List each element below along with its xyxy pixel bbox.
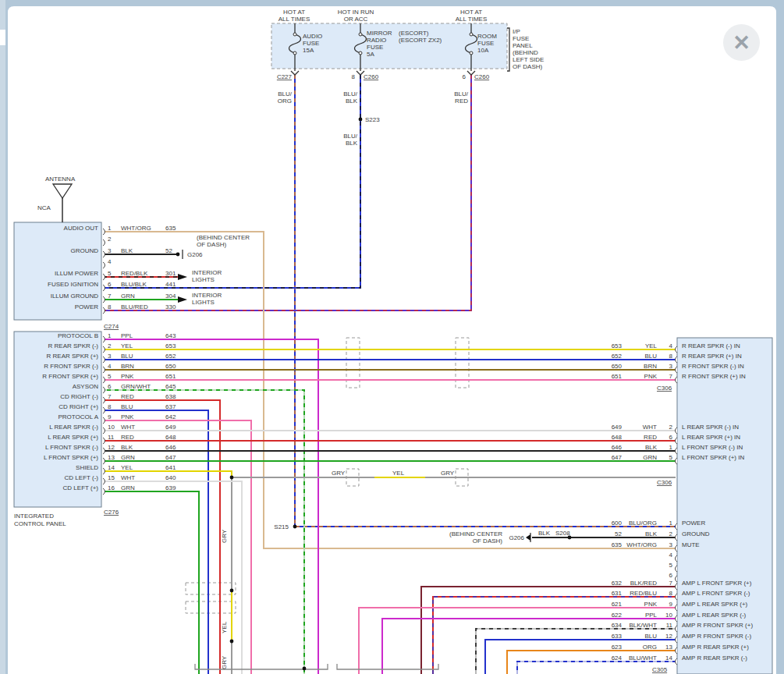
circuit-number: 441 — [165, 281, 176, 288]
pin-arc — [103, 251, 105, 257]
pin-function-label: R FRONT SPKR (-) — [44, 363, 98, 370]
pin-function-label: L REAR SPKR (+) IN — [682, 434, 740, 441]
wire-color-label: YEL — [645, 342, 658, 349]
wire-color-label: BLU — [121, 353, 133, 360]
diagram-label: C276 — [104, 509, 119, 516]
fuse-terminal — [470, 33, 473, 36]
close-icon: ✕ — [733, 30, 750, 55]
pin-arc — [103, 307, 105, 314]
pin-arc — [676, 377, 677, 383]
diagram-label: ALL TIMES — [456, 16, 487, 23]
pin-function-label: R FRONT SPKR (-) IN — [682, 363, 744, 370]
diagram-label: BLK — [346, 140, 358, 147]
pin-number: 3 — [108, 247, 112, 254]
circuit-number: 635 — [612, 541, 623, 548]
pin-arc — [676, 584, 677, 590]
circuit-number: 635 — [165, 225, 176, 232]
diagram-label: C227 — [277, 73, 293, 80]
pin-number: 2 — [108, 342, 112, 349]
diagram-label: C260 — [364, 73, 379, 80]
pin-function-label: AMP L REAR SPKR (+) — [682, 601, 748, 608]
diagram-label: RED — [455, 98, 468, 105]
pin-arc — [676, 448, 677, 454]
pin-number: 4 — [669, 552, 673, 559]
pin-function-label: AMP R FRONT SPKR (-) — [682, 633, 751, 640]
circuit-number: 637 — [165, 403, 176, 410]
pin-number: 10 — [108, 424, 115, 431]
pin-function-label: L FRONT SPKR (+) IN — [682, 454, 744, 461]
close-button[interactable]: ✕ — [723, 24, 760, 61]
wire-color-label: PNK — [121, 373, 134, 380]
diagram-viewer: { "viewer": { "close_glyph": "✕" }, "pal… — [0, 0, 784, 674]
wire-color-label: BLU/BLK — [121, 281, 147, 288]
wire-color-label: RED — [121, 434, 134, 441]
pin-function-label: GROUND — [70, 247, 98, 254]
fuse-terminal — [293, 51, 296, 55]
circuit-number: 621 — [612, 601, 623, 608]
diagram-label: ANTENNA — [45, 176, 76, 183]
pin-function-label: PROTOCOL B — [58, 332, 98, 339]
diagram-label: LIGHTS — [192, 276, 215, 283]
diagram-label: GRY — [441, 470, 455, 477]
circuit-number: 638 — [165, 393, 176, 400]
pin-number: 13 — [108, 454, 115, 461]
diagram-label: BLK — [538, 530, 551, 537]
circuit-number: 642 — [165, 413, 176, 420]
pin-arc — [676, 438, 677, 444]
pin-number: 14 — [108, 464, 115, 471]
diagram-label: PANEL — [513, 42, 533, 49]
diagram-label: OR ACC — [344, 16, 368, 23]
diagram-label: HOT IN RUN — [338, 9, 374, 16]
wire-color-label: BLU/ORG — [629, 520, 657, 527]
pin-function-label: GROUND — [682, 530, 710, 537]
diagram-label: (BEHIND — [513, 49, 538, 56]
splice-dot — [359, 118, 363, 122]
wire-color-label: BLK — [121, 247, 133, 254]
pin-arc — [676, 658, 677, 665]
wire-color-label: PPL — [121, 332, 133, 339]
diagram-label: GRY — [221, 655, 228, 669]
circuit-number: 648 — [165, 434, 176, 441]
diagram-label: OF DASH) — [197, 241, 227, 248]
diagram-label: FUSE — [513, 35, 529, 42]
wire-color-label: BLK — [645, 530, 658, 537]
circuit-number: 643 — [165, 332, 176, 339]
pin-number: 10 — [665, 612, 672, 619]
pin-number: 7 — [108, 393, 112, 400]
pin-number: 13 — [665, 644, 672, 651]
pin-arc — [676, 576, 677, 582]
wire-color-label: BLU/WHT — [629, 654, 657, 662]
diagram-label: ALL TIMES — [278, 16, 310, 23]
pin-arc — [103, 274, 105, 280]
pin-number: 4 — [108, 258, 112, 265]
pin-arc — [103, 336, 105, 342]
pin-arc — [103, 427, 105, 434]
pin-number: 3 — [669, 363, 673, 370]
pin-number: 11 — [666, 622, 673, 629]
pin-arc — [103, 229, 105, 235]
wire-color-label: YEL — [121, 464, 133, 471]
pin-number: 6 — [669, 434, 673, 441]
circuit-number: 623 — [612, 644, 623, 651]
pin-arc — [103, 417, 105, 424]
pin-arc — [103, 387, 105, 393]
pin-number: 7 — [669, 580, 673, 587]
pin-function-label: AMP R REAR SPKR (-) — [682, 654, 747, 662]
diagram-label: 15A — [303, 47, 314, 54]
circuit-number: 646 — [612, 444, 623, 451]
fuse-terminal — [470, 51, 473, 55]
diagram-label: AUDIO — [303, 33, 322, 40]
pin-arc — [676, 594, 677, 600]
pin-arc — [103, 346, 105, 353]
wire-color-label: WHT/ORG — [121, 225, 151, 232]
pin-number: 5 — [669, 454, 673, 461]
pin-function-label: R REAR SPKR (-) IN — [682, 342, 740, 349]
wiring-diagram: 1WHT/ORG635AUDIO OUT23BLK52GROUND45RED/B… — [0, 0, 784, 674]
diagram-label: 10A — [477, 47, 489, 54]
pin-arc — [676, 637, 677, 643]
pin-number: 2 — [108, 236, 112, 243]
pin-number: 12 — [108, 444, 115, 451]
pin-number: 4 — [669, 342, 673, 349]
pin-arc — [676, 427, 677, 434]
diagram-label: NCA — [37, 204, 51, 211]
